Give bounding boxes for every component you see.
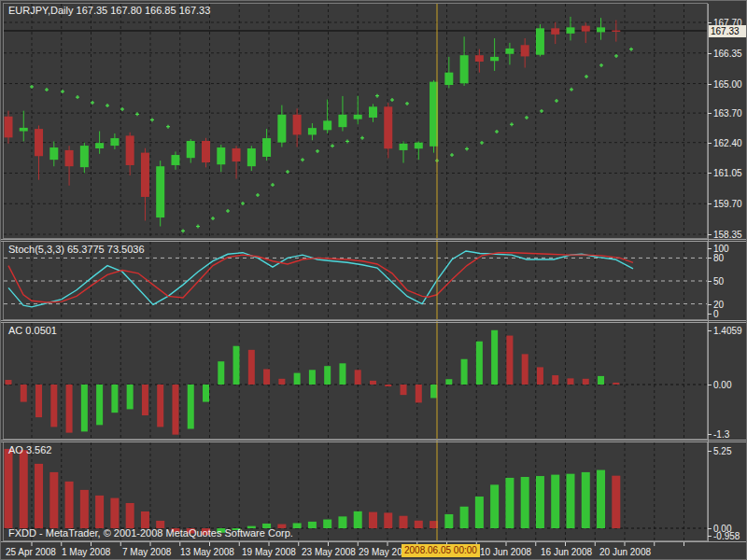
axis-tick [708, 173, 712, 174]
price-tick-label: 161.05 [713, 168, 742, 178]
time-tick-label: 25 Apr 2008 [6, 547, 56, 557]
time-tick-label: 10 Jun 2008 [480, 547, 531, 557]
stoch-tick-label: 20 [713, 300, 724, 310]
price-tick-label: 162.40 [713, 138, 742, 148]
axis-tick [708, 258, 712, 259]
price-tick-label: 165.00 [713, 79, 742, 90]
time-tick-label: 20 Jun 2008 [599, 547, 651, 557]
stoch-tick-label: 80 [713, 253, 724, 263]
stoch-tick-label: 100 [713, 244, 729, 254]
axis-tick [708, 143, 712, 144]
time-tick-label: 1 May 2008 [62, 547, 110, 557]
axis-tick [708, 434, 712, 435]
axis-tick [708, 536, 712, 537]
time-tick-label: 23 May 2008 [302, 547, 356, 557]
stoch-tick-label: 50 [713, 276, 724, 287]
axis-tick [708, 84, 712, 85]
time-tick-label: 13 May 2008 [180, 547, 234, 557]
axis-tick [708, 330, 712, 331]
price-tick-label: 159.70 [713, 199, 742, 209]
ac-tick-label: 0.00 [713, 380, 731, 390]
axis-tick [708, 234, 712, 235]
axis-tick [708, 304, 712, 305]
ac-tick-label: 1.4059 [713, 326, 742, 336]
price-tick-label: 163.70 [713, 108, 742, 119]
axis-tick [708, 528, 712, 529]
axis-tick [708, 281, 712, 282]
price-tick-label: 166.35 [713, 49, 742, 59]
ao-tick-label: 5.25 [713, 446, 731, 456]
stochastic-label: Stoch(5,3,3) 65.3775 73.5036 [8, 244, 145, 255]
ao-tick-label: -0.958 [713, 531, 740, 541]
price-tick-label: 158.35 [713, 230, 742, 240]
time-tick-label: 7 May 2008 [122, 547, 171, 557]
broker-watermark: FXDD - MetaTrader, © 2001-2008 MetaQuote… [8, 527, 293, 539]
crosshair-date-marker: 2008.06.05 00:00 [402, 544, 480, 557]
axis-tick [708, 385, 712, 385]
metatrader-chart-window: EURJPY,Daily 167.35 167.80 166.85 167.33… [0, 0, 747, 560]
axis-tick [708, 113, 712, 114]
axis-tick [708, 451, 712, 452]
chart-background [1, 1, 747, 560]
axis-tick [708, 22, 712, 23]
time-tick-label: 19 May 2008 [242, 547, 296, 557]
stoch-tick-label: 0 [713, 309, 719, 319]
ac-indicator-label: AC 0.0501 [8, 325, 57, 336]
ac-tick-label: -1.3 [713, 429, 729, 440]
chart-canvas[interactable] [1, 1, 747, 560]
axis-tick [708, 314, 712, 315]
chart-title: EURJPY,Daily 167.35 167.80 166.85 167.33 [8, 5, 210, 16]
axis-tick [708, 53, 712, 54]
axis-tick [708, 248, 712, 249]
axis-tick [708, 203, 712, 204]
current-price-box: 167.33 [709, 25, 747, 37]
ao-indicator-label: AO 3.562 [8, 444, 51, 455]
time-tick-label: 16 Jun 2008 [541, 547, 592, 557]
